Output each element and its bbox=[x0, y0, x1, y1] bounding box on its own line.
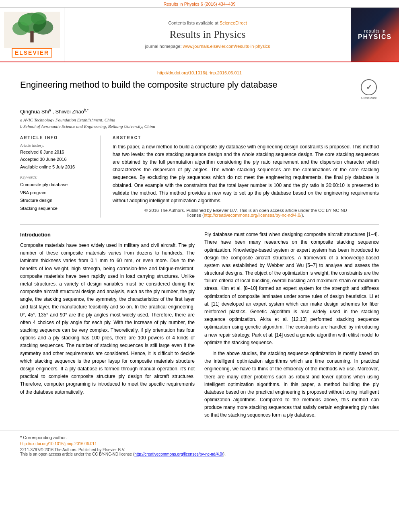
article-footer: * Corresponding author. http://dx.doi.or… bbox=[0, 431, 399, 460]
homepage-url[interactable]: www.journals.elsevier.com/results-in-phy… bbox=[183, 44, 270, 49]
article-history-label: Article history: bbox=[20, 143, 92, 148]
elsevier-wordmark: ELSEVIER bbox=[12, 48, 52, 58]
results-in-physics-logo: results in PHYSICS bbox=[351, 8, 399, 62]
doi-link[interactable]: http://dx.doi.org/10.1016/j.rinp.2016.06… bbox=[157, 70, 242, 75]
sciencedirect-link: Contents lists available at ScienceDirec… bbox=[168, 21, 247, 25]
article-doi: http://dx.doi.org/10.1016/j.rinp.2016.06… bbox=[20, 70, 379, 75]
doi-footer-link: http://dx.doi.org/10.1016/j.rinp.2016.06… bbox=[20, 442, 379, 446]
article-info-column: ARTICLE INFO Article history: Received 6… bbox=[20, 136, 101, 218]
abstract-text: In this paper, a new method to build a c… bbox=[113, 143, 379, 205]
journal-homepage: journal homepage: www.journals.elsevier.… bbox=[145, 44, 270, 49]
elsevier-logo-area: ELSEVIER bbox=[0, 8, 64, 62]
body-col-left: Introduction Composite materials have be… bbox=[20, 231, 195, 423]
keyword-2: VBA program bbox=[20, 189, 92, 197]
abstract-label: ABSTRACT bbox=[113, 136, 379, 140]
author2-name: , Shiwei Zhao bbox=[52, 109, 84, 115]
issn-line: 2211-3797/© 2016 The Authors. Published … bbox=[20, 448, 379, 452]
author1-sup: a bbox=[49, 108, 51, 112]
intro-heading: Introduction bbox=[20, 231, 195, 239]
footer-license: This is an open access article under the… bbox=[20, 452, 379, 456]
abstract-column: ABSTRACT In this paper, a new method to … bbox=[113, 136, 379, 218]
author2-sup: b,* bbox=[84, 108, 88, 112]
affiliations: a AVIC Technology Foundation Establishme… bbox=[20, 117, 379, 130]
keywords-label: Keywords: bbox=[20, 175, 92, 179]
svg-point-6 bbox=[31, 12, 47, 25]
received-date: Received 6 June 2016 Accepted 30 June 20… bbox=[20, 148, 92, 171]
corresponding-author-note: * Corresponding author. bbox=[20, 435, 379, 440]
crossmark-icon: ✓ bbox=[361, 79, 377, 95]
journal-main-header: ELSEVIER Contents lists available at Sci… bbox=[0, 7, 399, 62]
keywords-list: Composite ply database VBA program Struc… bbox=[20, 181, 92, 213]
article-history: Article history: Received 6 June 2016 Ac… bbox=[20, 143, 92, 171]
body-col2-p1: Ply database must come first when design… bbox=[204, 231, 379, 347]
doi-footer-anchor[interactable]: http://dx.doi.org/10.1016/j.rinp.2016.06… bbox=[20, 442, 97, 446]
crossmark-label: CrossMark bbox=[361, 96, 377, 100]
journal-doi-bar: Results in Physics 6 (2016) 434–439 bbox=[0, 0, 399, 7]
elsevier-tree-icon bbox=[4, 12, 60, 48]
article-info-label: ARTICLE INFO bbox=[20, 136, 92, 140]
article-title-section: Engineering method to build the composit… bbox=[20, 79, 379, 104]
journal-title: Results in Physics bbox=[169, 29, 245, 41]
affiliation-b: b School of Aeronautic Science and Engin… bbox=[20, 123, 379, 130]
keywords-block: Keywords: Composite ply database VBA pro… bbox=[20, 175, 92, 213]
section-divider bbox=[20, 224, 379, 224]
keyword-4: Stacking sequence bbox=[20, 205, 92, 213]
journal-header: Results in Physics 6 (2016) 434–439 ELSE… bbox=[0, 0, 399, 62]
authors-line: Qinghua Shia , Shiwei Zhaob,* bbox=[20, 108, 379, 115]
keyword-3: Structure design bbox=[20, 197, 92, 205]
svg-point-5 bbox=[20, 14, 33, 26]
article-title: Engineering method to build the composit… bbox=[20, 79, 359, 91]
journal-doi-text: Results in Physics 6 (2016) 434–439 bbox=[163, 2, 235, 6]
author1-name: Qinghua Shi bbox=[20, 109, 49, 115]
results-in-label: results in bbox=[364, 29, 386, 33]
body-col2-p2: In the above studies, the stacking seque… bbox=[204, 350, 379, 419]
article-content: http://dx.doi.org/10.1016/j.rinp.2016.06… bbox=[0, 62, 399, 430]
physics-label: PHYSICS bbox=[358, 33, 392, 41]
affiliation-a: a AVIC Technology Foundation Establishme… bbox=[20, 117, 379, 123]
body-content: Introduction Composite materials have be… bbox=[20, 231, 379, 423]
crossmark-badge: ✓ CrossMark bbox=[359, 79, 379, 100]
keyword-1: Composite ply database bbox=[20, 181, 92, 189]
sciencedirect-anchor[interactable]: ScienceDirect bbox=[220, 21, 247, 25]
footer-license-link[interactable]: http://creativecommons.org/licenses/by-n… bbox=[134, 452, 223, 456]
body-col-right: Ply database must come first when design… bbox=[204, 231, 379, 423]
abstract-license: © 2016 The Authors. Published by Elsevie… bbox=[113, 208, 379, 218]
svg-rect-4 bbox=[30, 31, 33, 43]
journal-center: Contents lists available at ScienceDirec… bbox=[64, 8, 351, 62]
article-info-abstract: ARTICLE INFO Article history: Received 6… bbox=[20, 136, 379, 218]
license-link[interactable]: http://creativecommons.org/licenses/by-n… bbox=[204, 213, 302, 218]
body-col1-p1: Composite materials have been widely use… bbox=[20, 242, 195, 396]
